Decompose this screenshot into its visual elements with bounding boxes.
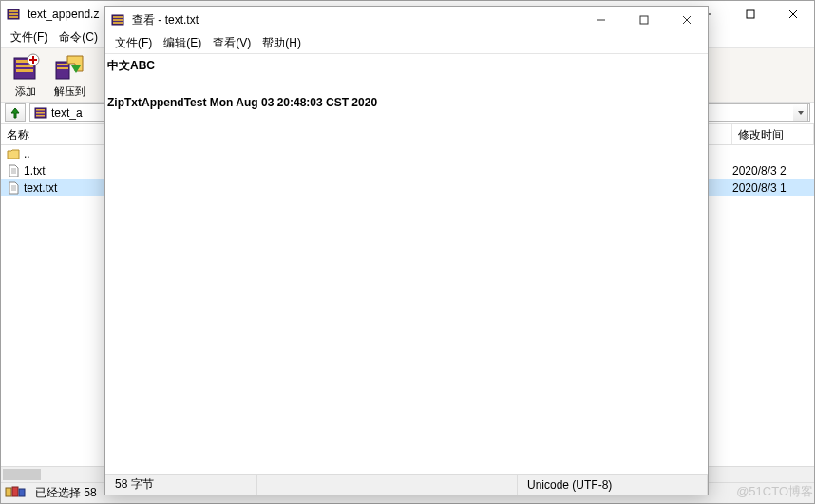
svg-rect-32	[113, 16, 123, 18]
folder-up-icon	[7, 147, 20, 160]
svg-rect-30	[19, 489, 25, 496]
svg-rect-36	[640, 16, 648, 24]
viewer-menubar: 文件(F) 编辑(E) 查看(V) 帮助(H)	[105, 33, 708, 54]
svg-rect-29	[12, 487, 18, 496]
archive-icon	[34, 106, 47, 120]
viewer-menu-file[interactable]: 文件(F)	[109, 33, 158, 53]
viewer-status-bytes: 58 字节	[105, 475, 257, 495]
svg-rect-17	[57, 67, 68, 69]
text-file-icon	[7, 181, 20, 195]
svg-rect-16	[57, 64, 68, 65]
path-text: text_a	[51, 106, 83, 120]
toolbar-add-label: 添加	[15, 84, 36, 99]
viewer-window-buttons	[579, 7, 708, 33]
viewer-line-1: 中文ABC	[107, 59, 155, 72]
svg-rect-33	[113, 19, 123, 21]
toolbar-extract-button[interactable]: 解压到	[48, 50, 90, 100]
viewer-menu-view[interactable]: 查看(V)	[207, 33, 256, 53]
svg-rect-20	[36, 112, 45, 114]
svg-rect-19	[36, 109, 45, 111]
viewer-menu-edit[interactable]: 编辑(E)	[158, 33, 207, 53]
toolbar-extract-label: 解压到	[54, 84, 85, 99]
add-icon	[10, 52, 41, 83]
file-date: 2020/8/3 2	[732, 164, 808, 177]
winrar-icon	[7, 7, 22, 22]
status-selection-text: 已经选择 58	[35, 485, 97, 501]
extract-icon	[54, 52, 85, 83]
svg-rect-34	[113, 22, 123, 24]
svg-rect-1	[9, 10, 18, 12]
viewer-window: 查看 - text.txt 文件(F) 编辑(E) 查看(V) 帮助(H) 中文…	[104, 6, 709, 495]
viewer-title-text: 查看 - text.txt	[132, 12, 579, 28]
viewer-minimize-button[interactable]	[579, 7, 622, 33]
svg-rect-11	[16, 69, 33, 72]
menu-file[interactable]: 文件(F)	[5, 28, 53, 47]
viewer-statusbar: 58 字节 Unicode (UTF-8)	[105, 474, 708, 495]
svg-rect-5	[747, 10, 754, 18]
viewer-status-spacer	[257, 475, 518, 495]
selection-icon	[5, 485, 28, 501]
up-directory-button[interactable]	[5, 103, 26, 122]
scrollbar-thumb[interactable]	[3, 469, 41, 480]
main-maximize-button[interactable]	[729, 1, 771, 28]
viewer-text-area[interactable]: 中文ABC ZipTxtAppendTest Mon Aug 03 20:48:…	[105, 54, 708, 474]
viewer-menu-help[interactable]: 帮助(H)	[256, 33, 307, 53]
viewer-close-button[interactable]	[665, 7, 708, 33]
viewer-line-3: ZipTxtAppendTest Mon Aug 03 20:48:03 CST…	[107, 96, 377, 109]
main-close-button[interactable]	[771, 1, 814, 28]
svg-rect-28	[6, 488, 11, 496]
menu-commands[interactable]: 命令(C)	[53, 28, 104, 47]
svg-rect-21	[36, 115, 45, 117]
column-mtime[interactable]: 修改时间	[732, 124, 814, 144]
viewer-titlebar[interactable]: 查看 - text.txt	[105, 7, 708, 33]
file-date: 2020/8/3 1	[732, 181, 808, 195]
viewer-maximize-button[interactable]	[622, 7, 665, 33]
svg-rect-3	[9, 16, 18, 18]
viewer-status-encoding: Unicode (UTF-8)	[518, 475, 708, 495]
svg-rect-2	[9, 13, 18, 15]
text-file-icon	[7, 164, 20, 177]
watermark: @51CTO博客	[736, 483, 813, 500]
winrar-icon	[111, 12, 126, 28]
toolbar-add-button[interactable]: 添加	[5, 50, 47, 100]
path-dropdown-button[interactable]	[793, 103, 808, 122]
